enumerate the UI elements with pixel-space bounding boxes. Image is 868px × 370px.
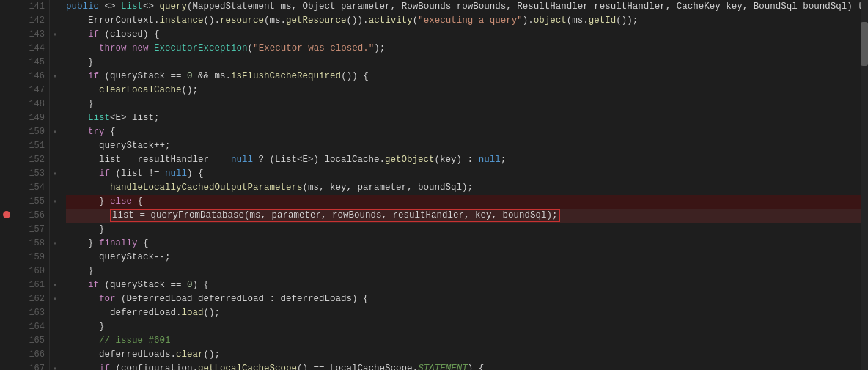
fold-marker (50, 0, 60, 14)
breakpoint-area[interactable] (0, 181, 13, 195)
token: if (88, 280, 99, 290)
breakpoint-area[interactable] (0, 70, 13, 84)
breakpoint-area[interactable] (0, 28, 13, 42)
fold-marker (50, 223, 60, 237)
breakpoint-area[interactable] (0, 320, 13, 334)
token: STATEMENT (418, 363, 468, 370)
breakpoint-area[interactable] (0, 209, 13, 223)
breakpoint-area[interactable] (0, 125, 13, 139)
token: list = queryFromDatabase(ms, parameter, … (112, 210, 558, 221)
token: List (66, 113, 110, 123)
fold-column[interactable]: ▾▾▾▾▾▾▾▾▾ (50, 0, 60, 370)
breakpoint-dot (3, 211, 10, 218)
line-number: 149 (13, 111, 45, 125)
breakpoint-area[interactable] (0, 153, 13, 167)
token: activity (369, 15, 413, 26)
token: ()); (616, 15, 638, 26)
breakpoint-area[interactable] (0, 42, 13, 56)
token: } (66, 322, 105, 332)
token: ; (501, 155, 507, 165)
token: resource (220, 15, 264, 26)
breakpoint-area[interactable] (0, 237, 13, 251)
fold-marker[interactable]: ▾ (50, 278, 60, 292)
breakpoint-area[interactable] (0, 56, 13, 70)
breakpoint-area[interactable] (0, 139, 13, 153)
token: ( (248, 43, 254, 53)
breakpoint-column[interactable] (0, 0, 13, 370)
breakpoint-area[interactable] (0, 306, 13, 320)
fold-marker[interactable]: ▾ (50, 195, 60, 209)
scrollbar-track[interactable] (861, 0, 868, 370)
breakpoint-area[interactable] (0, 97, 13, 111)
token: && ms. (193, 71, 232, 81)
code-line: if (queryStack == 0 && ms.isFlushCacheRe… (66, 70, 868, 84)
breakpoint-area[interactable] (0, 264, 13, 278)
token: (key) : (435, 155, 479, 165)
token: <> (105, 1, 116, 12)
breakpoint-area[interactable] (0, 0, 13, 14)
fold-marker (50, 14, 60, 28)
code-line: } (66, 223, 868, 237)
breakpoint-area[interactable] (0, 167, 13, 181)
code-line: public <> List<> query(MappedStatement m… (66, 0, 868, 14)
token: (ms. (264, 15, 286, 26)
fold-marker[interactable]: ▾ (50, 237, 60, 251)
fold-marker[interactable]: ▾ (50, 28, 60, 42)
breakpoint-area[interactable] (0, 111, 13, 125)
line-number: 164 (13, 320, 45, 334)
breakpoint-area[interactable] (0, 251, 13, 264)
code-line: } (66, 56, 868, 70)
fold-marker[interactable]: ▾ (50, 362, 60, 370)
token: <> (143, 1, 154, 12)
token: public (66, 1, 105, 12)
token: for (99, 294, 116, 304)
breakpoint-area[interactable] (0, 334, 13, 348)
line-number: 152 (13, 153, 45, 167)
token: getLocalCacheScope (198, 363, 297, 370)
line-number: 150 (13, 125, 45, 139)
token: "executing a query" (418, 15, 523, 26)
breakpoint-area[interactable] (0, 195, 13, 209)
token: ? (List<E>) localCache. (253, 155, 385, 165)
line-number: 162 (13, 292, 45, 306)
fold-marker (50, 334, 60, 348)
fold-marker (50, 111, 60, 125)
breakpoint-area[interactable] (0, 362, 13, 370)
code-content: public <> List<> query(MappedStatement m… (60, 0, 868, 370)
breakpoint-area[interactable] (0, 278, 13, 292)
line-number: 161 (13, 278, 45, 292)
token: handleLocallyCachedOutputParameters (110, 182, 303, 193)
scrollbar-thumb[interactable] (861, 22, 868, 66)
fold-marker[interactable]: ▾ (50, 167, 60, 181)
breakpoint-area[interactable] (0, 292, 13, 306)
fold-marker (50, 209, 60, 223)
fold-marker (50, 139, 60, 153)
fold-marker (50, 251, 60, 264)
token: } (66, 266, 94, 276)
token: deferredLoad. (66, 308, 182, 318)
code-editor: 1411421431441451461471481491501511521531… (0, 0, 868, 370)
breakpoint-area[interactable] (0, 84, 13, 97)
breakpoint-area[interactable] (0, 348, 13, 362)
breakpoint-area[interactable] (0, 223, 13, 237)
code-line: } (66, 264, 868, 278)
code-line: } (66, 97, 868, 111)
fold-marker (50, 181, 60, 195)
fold-marker (50, 348, 60, 362)
token: { (105, 127, 116, 137)
code-line: if (list != null) { (66, 167, 868, 181)
line-number: 153 (13, 167, 45, 181)
token: load (182, 308, 204, 318)
fold-marker[interactable]: ▾ (50, 70, 60, 84)
fold-marker[interactable]: ▾ (50, 125, 60, 139)
token: ErrorContext. (66, 15, 160, 26)
token (66, 43, 99, 53)
token: instance (160, 15, 204, 26)
breakpoint-area[interactable] (0, 14, 13, 28)
line-number: 154 (13, 181, 45, 195)
token: { (138, 238, 149, 248)
code-line: ErrorContext.instance().resource(ms.getR… (66, 14, 868, 28)
fold-marker[interactable]: ▾ (50, 292, 60, 306)
code-line: handleLocallyCachedOutputParameters(ms, … (66, 181, 868, 195)
line-number: 143 (13, 28, 45, 42)
